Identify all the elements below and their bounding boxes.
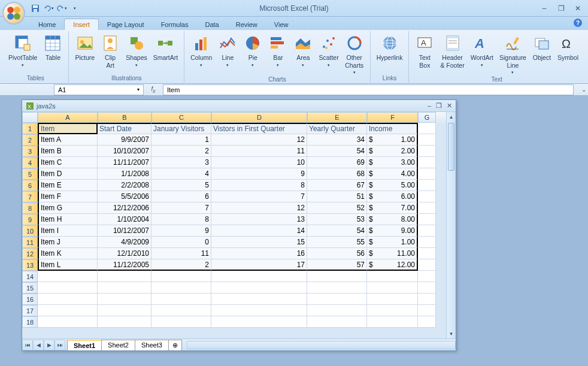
column-header-C[interactable]: C (151, 112, 211, 123)
scatter-chart-button[interactable]: Scatter▾ (316, 32, 341, 69)
row-header-5[interactable]: 5 (22, 168, 38, 180)
save-button[interactable] (30, 3, 41, 14)
cell-A7[interactable]: Item F (38, 191, 98, 202)
column-header-A[interactable]: A (38, 112, 98, 123)
cell-F14[interactable] (367, 271, 418, 282)
tab-view[interactable]: View (266, 19, 297, 30)
cell-A13[interactable]: Item L (38, 259, 98, 271)
row-header-15[interactable]: 15 (22, 282, 38, 294)
horizontal-scrollbar[interactable] (187, 341, 456, 349)
cell-B3[interactable]: 10/10/2007 (98, 146, 151, 157)
cell-D15[interactable] (211, 282, 307, 294)
wordart-button[interactable]: AWordArt▾ (468, 32, 496, 69)
cell-B6[interactable]: 2/2/2008 (98, 180, 151, 191)
cell-B14[interactable] (98, 271, 151, 282)
cell-F9[interactable]: $8.00 (367, 214, 418, 225)
table-button[interactable]: Table (41, 32, 65, 63)
tab-formulas[interactable]: Formulas (153, 19, 197, 30)
cell-B18[interactable] (98, 316, 151, 328)
cell-C16[interactable] (151, 294, 211, 305)
cell-E3[interactable]: 54 (307, 146, 367, 157)
cell-F17[interactable] (367, 305, 418, 316)
column-header-B[interactable]: B (98, 112, 151, 123)
sheet-last[interactable]: ⏭ (54, 340, 65, 350)
name-box[interactable]: A1▾ (54, 84, 144, 95)
office-button[interactable] (2, 2, 25, 25)
cell-D13[interactable]: 17 (211, 259, 307, 271)
column-header-G[interactable]: G (418, 112, 436, 123)
cell-D7[interactable]: 7 (211, 191, 307, 202)
restore-button[interactable]: ❐ (556, 4, 566, 13)
cell-A9[interactable]: Item H (38, 214, 98, 225)
cell-C6[interactable]: 5 (151, 180, 211, 191)
cell-C9[interactable]: 8 (151, 214, 211, 225)
cell-A2[interactable]: Item A (38, 134, 98, 146)
cell-F16[interactable] (367, 294, 418, 305)
wb-restore[interactable]: ❐ (436, 102, 442, 110)
cell-G1[interactable] (418, 123, 436, 134)
redo-button[interactable]: ▾ (56, 3, 67, 14)
column-header-E[interactable]: E (307, 112, 367, 123)
cell-F4[interactable]: $3.00 (367, 157, 418, 168)
tab-page-layout[interactable]: Page Layout (99, 19, 153, 30)
cell-G5[interactable] (418, 168, 436, 180)
formula-input[interactable]: Item (163, 84, 574, 95)
cell-F10[interactable]: $9.00 (367, 225, 418, 237)
cell-D10[interactable]: 14 (211, 225, 307, 237)
sheet-tab-sheet1[interactable]: Sheet1 (67, 340, 102, 350)
cell-B5[interactable]: 1/1/2008 (98, 168, 151, 180)
scroll-up-icon[interactable]: ▲ (447, 112, 456, 122)
picture-button[interactable]: Picture (72, 32, 97, 63)
sheet-next[interactable]: ▶ (44, 340, 54, 350)
cell-E10[interactable]: 54 (307, 225, 367, 237)
tab-insert[interactable]: Insert (64, 19, 99, 30)
cell-B2[interactable]: 9/9/2007 (98, 134, 151, 146)
cell-B16[interactable] (98, 294, 151, 305)
cell-A3[interactable]: Item B (38, 146, 98, 157)
cell-D6[interactable]: 8 (211, 180, 307, 191)
workbook-titlebar[interactable]: X java2s – ❐ ✕ (22, 100, 456, 112)
wb-minimize[interactable]: – (428, 102, 431, 110)
help-button[interactable]: ? (574, 19, 582, 27)
new-sheet-button[interactable]: ⊕ (168, 340, 182, 350)
cell-F12[interactable]: $11.00 (367, 248, 418, 259)
cell-B15[interactable] (98, 282, 151, 294)
scroll-down-icon[interactable]: ▼ (447, 329, 456, 338)
cell-D5[interactable]: 9 (211, 168, 307, 180)
cell-F1[interactable]: Income (367, 123, 418, 134)
row-header-12[interactable]: 12 (22, 248, 38, 259)
cell-C3[interactable]: 2 (151, 146, 211, 157)
cell-E12[interactable]: 56 (307, 248, 367, 259)
row-header-3[interactable]: 3 (22, 146, 38, 157)
cell-C10[interactable]: 9 (151, 225, 211, 237)
cell-F13[interactable]: $12.00 (367, 259, 418, 271)
cell-D3[interactable]: 11 (211, 146, 307, 157)
signature-button[interactable]: Signature Line▾ (497, 32, 529, 76)
cell-B8[interactable]: 12/12/2006 (98, 202, 151, 214)
row-header-11[interactable]: 11 (22, 237, 38, 248)
cell-A14[interactable] (38, 271, 98, 282)
cell-G12[interactable] (418, 248, 436, 259)
cell-B7[interactable]: 5/5/2006 (98, 191, 151, 202)
cell-E18[interactable] (307, 316, 367, 328)
tab-home[interactable]: Home (30, 19, 64, 30)
cell-G8[interactable] (418, 202, 436, 214)
cell-E8[interactable]: 52 (307, 202, 367, 214)
cell-B9[interactable]: 1/10/2004 (98, 214, 151, 225)
cell-D4[interactable]: 10 (211, 157, 307, 168)
tab-data[interactable]: Data (196, 19, 227, 30)
cell-G18[interactable] (418, 316, 436, 328)
cell-A16[interactable] (38, 294, 98, 305)
clipart-button[interactable]: Clip Art (98, 32, 122, 70)
cell-C8[interactable]: 7 (151, 202, 211, 214)
cell-C11[interactable]: 0 (151, 237, 211, 248)
cell-F7[interactable]: $6.00 (367, 191, 418, 202)
pie-chart-button[interactable]: Pie▾ (241, 32, 265, 69)
cell-G10[interactable] (418, 225, 436, 237)
cell-E7[interactable]: 51 (307, 191, 367, 202)
cell-C2[interactable]: 1 (151, 134, 211, 146)
row-header-2[interactable]: 2 (22, 134, 38, 146)
cell-G2[interactable] (418, 134, 436, 146)
cell-B13[interactable]: 11/12/2005 (98, 259, 151, 271)
cell-E1[interactable]: Yearly Quarter (307, 123, 367, 134)
